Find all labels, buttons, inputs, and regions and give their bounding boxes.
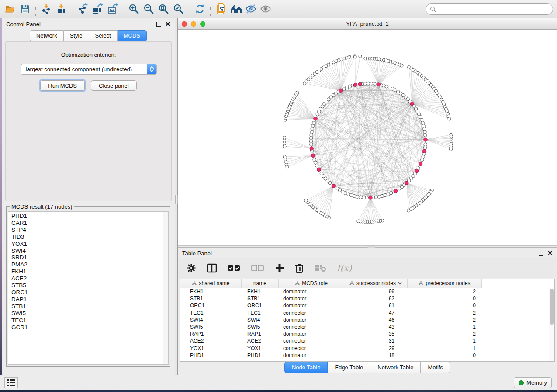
add-column-icon[interactable] xyxy=(275,263,284,273)
table-cell: 62 xyxy=(344,296,408,302)
table-cell: dominator xyxy=(279,352,344,358)
scrollbar-thumb[interactable] xyxy=(550,289,554,325)
mcds-result-item[interactable]: CAR1 xyxy=(11,220,168,227)
float-panel-icon[interactable] xyxy=(539,251,543,256)
tab-edge-table[interactable]: Edge Table xyxy=(328,362,370,373)
mcds-result-item[interactable]: TID3 xyxy=(11,234,168,241)
table-cell: dominator xyxy=(279,303,344,309)
close-panel-icon[interactable]: ✕ xyxy=(547,251,553,256)
window-close-icon[interactable] xyxy=(182,21,187,27)
zoom-fit-icon[interactable] xyxy=(156,2,171,17)
control-panel-titlebar: Control Panel ✕ xyxy=(2,18,175,30)
zoom-in-icon[interactable] xyxy=(126,2,141,17)
zoom-out-icon[interactable] xyxy=(141,2,156,17)
table-row[interactable]: SWI4SWI4dominator462 xyxy=(180,316,554,323)
table-cell: 35 xyxy=(344,331,408,337)
table-row[interactable]: ACE2ACE2connector311 xyxy=(180,337,554,344)
mcds-list-scrollbar[interactable] xyxy=(163,212,168,364)
mcds-result-item[interactable]: PMA2 xyxy=(11,261,168,268)
save-session-icon[interactable] xyxy=(17,2,32,17)
mcds-result-item[interactable]: GCR1 xyxy=(11,324,168,331)
optimization-criterion-dropdown[interactable]: largest connected component (undirected) xyxy=(21,64,157,75)
table-cell: connector xyxy=(279,345,344,351)
search-input[interactable] xyxy=(436,6,549,13)
table-row[interactable]: PHD1PHD1dominator180 xyxy=(180,352,554,359)
network-window-titlebar[interactable]: YPA_prune.txt_1 xyxy=(178,18,557,30)
column-header-predecessor-nodes[interactable]: predecessor nodes xyxy=(408,279,482,288)
tab-network[interactable]: Network xyxy=(30,30,64,41)
mcds-result-item[interactable]: TEC1 xyxy=(11,317,168,324)
export-network-icon[interactable] xyxy=(75,2,90,17)
import-table-icon[interactable] xyxy=(54,2,69,17)
table-row[interactable]: SWI5SWI5connector431 xyxy=(180,323,554,330)
delete-table-icon[interactable] xyxy=(314,264,326,272)
tab-network-table[interactable]: Network Table xyxy=(370,362,421,373)
mcds-result-item[interactable]: SWI4 xyxy=(11,248,168,254)
mcds-result-item[interactable]: YOX1 xyxy=(11,241,168,248)
table-row[interactable]: RAP1RAP1dominator352 xyxy=(180,330,554,337)
table-cell: ACE2 xyxy=(180,338,242,344)
column-header-successor-nodes[interactable]: successor nodes xyxy=(344,279,408,288)
table-row[interactable]: YOX1YOX1connector291 xyxy=(180,345,554,352)
network-canvas[interactable] xyxy=(178,30,557,245)
apply-preferred-layout-icon[interactable] xyxy=(192,2,207,17)
mcds-result-item[interactable]: RAP1 xyxy=(11,296,168,303)
mcds-result-item[interactable]: PHD1 xyxy=(11,213,168,220)
mcds-result-item[interactable]: STP4 xyxy=(11,227,168,234)
mcds-result-item[interactable]: STB5 xyxy=(11,282,168,289)
mcds-result-item[interactable]: ACE2 xyxy=(11,275,168,282)
mcds-result-list[interactable]: PHD1CAR1STP4TID3YOX1SWI4SRD1PMA2FKH1ACE2… xyxy=(8,211,169,365)
tab-style[interactable]: Style xyxy=(64,30,89,41)
tab-node-table[interactable]: Node Table xyxy=(284,362,328,373)
column-header-shared-name[interactable]: shared name xyxy=(180,279,242,288)
table-row[interactable]: ORC1ORC1dominator610 xyxy=(180,302,554,309)
column-header-MCDS-role[interactable]: MCDS role xyxy=(279,279,344,288)
window-minimize-icon[interactable] xyxy=(191,21,196,27)
tab-select[interactable]: Select xyxy=(89,30,118,41)
column-header-name[interactable]: name xyxy=(242,279,279,288)
tab-motifs[interactable]: Motifs xyxy=(421,362,450,373)
table-cell: 18 xyxy=(344,352,408,358)
optimization-criterion-label: Optimization criterion: xyxy=(6,52,171,58)
mcds-result-item[interactable]: SRD1 xyxy=(11,254,168,261)
table-row[interactable]: STB1STB1dominator620 xyxy=(180,295,554,302)
table-row[interactable]: FKH1FKH1dominator962 xyxy=(180,288,554,295)
open-file-icon[interactable] xyxy=(3,2,17,17)
float-panel-icon[interactable] xyxy=(156,22,161,27)
column-header-empty xyxy=(482,279,554,288)
run-mcds-button[interactable]: Run MCDS xyxy=(40,80,85,91)
select-all-columns-icon[interactable] xyxy=(228,265,241,272)
mcds-result-item[interactable]: FKH1 xyxy=(11,268,168,275)
first-neighbors-icon[interactable] xyxy=(228,2,243,17)
mcds-result-item[interactable]: SWI5 xyxy=(11,310,168,317)
table-cell: TEC1 xyxy=(180,310,242,316)
table-cell: 31 xyxy=(344,338,408,344)
zoom-selected-icon[interactable] xyxy=(171,2,186,17)
tab-mcds[interactable]: MCDS xyxy=(118,30,147,41)
mcds-result-item[interactable]: ORC1 xyxy=(11,289,168,296)
hide-selected-icon[interactable] xyxy=(243,2,258,17)
table-row[interactable]: TEC1TEC1connector472 xyxy=(180,309,554,316)
table-scrollbar[interactable] xyxy=(549,288,554,361)
status-bar: Memory xyxy=(0,375,557,390)
close-panel-button[interactable]: Close panel xyxy=(91,80,137,91)
table-cell: 1 xyxy=(408,324,482,330)
node-table: shared namenameMCDS rolesuccessor nodesp… xyxy=(180,279,555,362)
toolbar-separator xyxy=(123,3,123,16)
memory-button[interactable]: Memory xyxy=(514,377,552,388)
import-network-icon[interactable] xyxy=(39,2,54,17)
export-image-icon[interactable] xyxy=(105,2,120,17)
unselect-all-columns-icon[interactable] xyxy=(251,265,264,272)
network-graph[interactable] xyxy=(178,30,557,245)
mcds-result-item[interactable]: STB1 xyxy=(11,303,168,310)
settings-gear-icon[interactable] xyxy=(187,263,196,273)
export-table-icon[interactable] xyxy=(90,2,105,17)
delete-column-icon[interactable] xyxy=(295,263,304,273)
search-box[interactable] xyxy=(426,3,553,15)
window-maximize-icon[interactable] xyxy=(200,21,205,27)
close-panel-icon[interactable]: ✕ xyxy=(165,22,170,27)
new-network-from-selection-icon[interactable] xyxy=(214,2,228,17)
split-panel-icon[interactable] xyxy=(207,263,217,273)
show-all-icon[interactable] xyxy=(258,2,273,17)
task-history-button[interactable] xyxy=(4,377,18,388)
